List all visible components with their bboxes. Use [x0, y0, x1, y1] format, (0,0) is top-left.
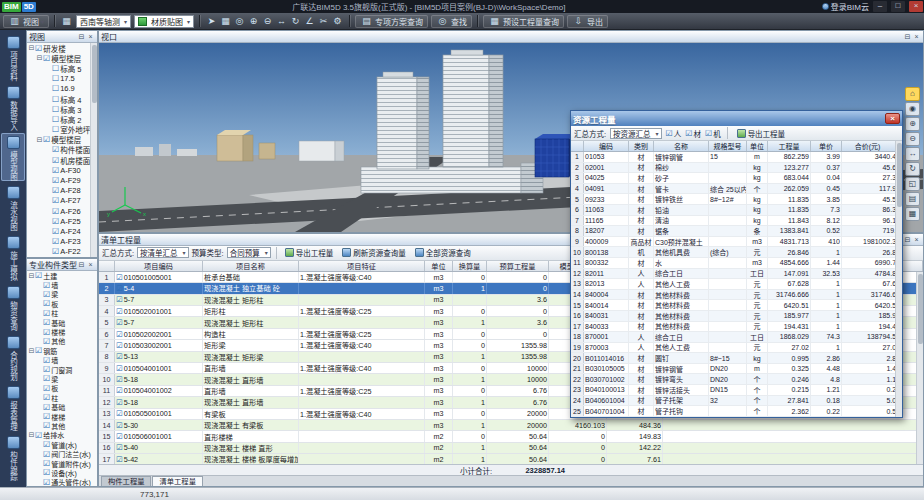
sidebar-tab[interactable]: 报表管理 [1, 383, 25, 431]
tree-item[interactable]: ☑ 基础 [27, 402, 97, 411]
tree-item[interactable]: ☑ 板 [27, 299, 97, 308]
checkbox[interactable]: ☑ [52, 176, 59, 185]
row-checkbox[interactable]: ☑ [116, 375, 123, 384]
header-conversion[interactable]: 换算量 [453, 261, 487, 271]
tree-item[interactable]: ☑ 构件楼面 [27, 145, 97, 155]
row-checkbox[interactable]: ☑ [116, 352, 123, 361]
checkbox[interactable]: ☑ [43, 135, 50, 144]
checkbox[interactable]: ☐ [52, 105, 59, 114]
row-checkbox[interactable]: ☑ [116, 421, 123, 430]
tree-item[interactable]: ☑ A-F26 [27, 206, 97, 216]
measure-icon[interactable]: ∠ [303, 15, 316, 28]
resource-table-row[interactable]: 13 82013 人 其他人工费 元 67.628 1 67.63 [571, 279, 902, 290]
tree-item[interactable]: ☑ A-F29 [27, 175, 97, 185]
row-checkbox[interactable]: ☑ [116, 432, 123, 441]
home-view-icon[interactable]: ⌂ [905, 87, 920, 101]
header-item-feature[interactable]: 项目特征 [299, 261, 425, 271]
checkbox[interactable]: ☑ [43, 440, 50, 449]
row-checkbox[interactable]: ☑ [116, 364, 123, 373]
sidebar-tab[interactable]: 构件跟踪 [1, 433, 25, 481]
checkbox[interactable]: ☑ [52, 145, 59, 154]
header-budget-qty[interactable]: 预算工程量 [487, 261, 549, 271]
resource-table-row[interactable]: 23 B040100013 材 镀锌活接头 DN15 个 0.215 1.21 … [571, 385, 902, 396]
bottom-tab[interactable]: 清单工程量 [152, 476, 202, 486]
box-select-icon[interactable]: ▦ [219, 15, 232, 28]
tree-item[interactable]: ☑ 其他 [27, 337, 97, 346]
tower-left[interactable] [377, 72, 429, 169]
resource-table-row[interactable]: 10 800138 机 其他机具费 (综合) 元 26.846 1 26.85 [571, 247, 902, 258]
tree-item[interactable]: ☑ 墙 [27, 356, 97, 365]
material-mode-dropdown[interactable]: 材质贴图 ▾ [134, 15, 194, 28]
tree-item[interactable]: ☑ A-F23 [27, 237, 97, 247]
resource-table-row[interactable]: 24 B040601004 材 管子托架 32 个 27.841 0.18 5.… [571, 396, 902, 407]
grid-view-icon[interactable]: ▦ [905, 207, 920, 221]
orbit-view-icon[interactable]: ◉ [905, 102, 920, 116]
quantity-table-row[interactable]: 17 ☑ 5-42 现浇混凝土 楼梯 板厚度每增加10mm m2 1 50.64… [99, 454, 923, 464]
maximize-button[interactable]: □ [891, 1, 905, 12]
sidebar-tab[interactable]: 项目资料 [1, 33, 25, 81]
tree-item[interactable]: ☑ 阀门法兰(水) [27, 449, 97, 458]
tree-item[interactable]: ☐ 标高 4 [27, 94, 97, 104]
sidebar-tab[interactable]: 数据导入 [1, 83, 25, 131]
resource-table-row[interactable]: 12 82011 人 综合工日 工日 147.091 32.53 4784.87 [571, 269, 902, 280]
checkbox[interactable]: ☑ [43, 365, 50, 374]
checkbox[interactable]: ☐ [52, 84, 59, 93]
resource-table-row[interactable]: 17 840033 材 其他材料费 元 194.431 1 194.43 [571, 322, 902, 333]
sidebar-tab[interactable]: 合约规划 [1, 333, 25, 381]
close-icon[interactable]: × [86, 261, 95, 268]
checkbox[interactable]: ☑ [52, 186, 59, 195]
tree-item[interactable]: ☑ 其他 [27, 421, 97, 430]
checkbox[interactable]: ☑ [52, 156, 59, 165]
find-button[interactable]: ◎ 查找 [431, 15, 472, 28]
close-icon[interactable]: × [912, 33, 921, 40]
pan-view-icon[interactable]: ↔ [905, 147, 920, 161]
checkbox[interactable]: ☑ [52, 207, 59, 216]
tree-item[interactable]: ☑ 管道(水) [27, 440, 97, 449]
row-checkbox[interactable]: ☑ [116, 284, 123, 293]
row-checkbox[interactable]: ☑ [116, 398, 123, 407]
tree-item[interactable]: ☐ 16.9 [27, 84, 97, 94]
tree-item[interactable]: ☑ 楼梯 [27, 412, 97, 421]
resource-table-row[interactable]: 18 870001 人 综合工日 工日 1868.029 74.3 138794… [571, 332, 902, 343]
focus-icon[interactable]: ◎ [233, 15, 246, 28]
checkbox[interactable]: ☑ [43, 54, 50, 63]
tree-item[interactable]: ⊟ ☑ 模型楼层 [27, 135, 97, 145]
header-spec[interactable]: 规格型号 [709, 141, 747, 151]
layers-view-icon[interactable]: ▤ [905, 192, 920, 206]
checkbox[interactable]: ☑ [35, 346, 42, 355]
resource-window-titlebar[interactable]: 资源工程量 × [571, 111, 902, 126]
resource-table-row[interactable]: 11 800332 材 水 m3 4854.666 1.44 6990.72 [571, 258, 902, 269]
resource-filter-checkbox[interactable]: ☑ 机 [705, 128, 721, 139]
sidebar-tab[interactable]: 物资查询 [1, 283, 25, 331]
checkbox[interactable]: ☑ [43, 459, 50, 468]
expander-icon[interactable]: ⊟ [36, 54, 43, 62]
resource-table-row[interactable]: 22 B030701002 材 镀锌弯头 DN20 个 0.246 4.8 1.… [571, 374, 902, 385]
checkbox[interactable]: ☑ [43, 281, 50, 290]
tree-item[interactable]: ☑ 柱 [27, 309, 97, 318]
resource-table-row[interactable]: 14 840004 材 其他材料费 元 31746.666 1 31746.67 [571, 290, 902, 301]
checkbox[interactable]: ☑ [43, 374, 50, 383]
tree-item[interactable]: ☑ A-F24 [27, 226, 97, 236]
close-icon[interactable]: × [86, 33, 95, 40]
expander-icon[interactable]: ⊟ [36, 136, 43, 144]
checkbox[interactable]: ☐ [52, 95, 59, 104]
checkbox[interactable]: ☑ [43, 393, 50, 402]
resource-table-row[interactable]: 5 09233 材 镀锌铁丝 8#~12# kg 11.835 3.85 45.… [571, 194, 902, 205]
sidebar-tab[interactable]: 模型视图 [1, 133, 25, 181]
quantity-table-row[interactable]: 15 ☑ 010506001001 直形楼梯 m2 0 50.64 0 149.… [99, 431, 923, 442]
checkbox[interactable]: ☑ [35, 431, 42, 440]
header-total-price[interactable]: 合价(元) [842, 141, 902, 151]
checkbox[interactable]: ☑ [52, 196, 59, 205]
query-all-resources-button[interactable]: 全部资源查询 [412, 247, 474, 259]
checkbox[interactable]: ☑ [52, 166, 59, 175]
resource-table-row[interactable]: 21 B030105005 材 镀锌钢管 DN20 m 0.325 4.48 1… [571, 364, 902, 375]
row-checkbox[interactable]: ☑ [116, 318, 123, 327]
tree-item[interactable]: ☐ 17.5 [27, 74, 97, 84]
quantity-table-row[interactable]: 14 ☑ 5-30 现浇混凝土 有梁板 m3 1 20000 4160.103 … [99, 420, 923, 431]
fit-view-icon[interactable]: ◱ [905, 177, 920, 191]
tree-item[interactable]: ☑ 墙 [27, 280, 97, 289]
row-checkbox[interactable]: ☑ [116, 273, 123, 282]
tree-item[interactable]: ☑ 设备(水) [27, 468, 97, 477]
float-icon[interactable]: ⊟ [903, 33, 912, 41]
checkbox[interactable]: ☑ [43, 299, 50, 308]
